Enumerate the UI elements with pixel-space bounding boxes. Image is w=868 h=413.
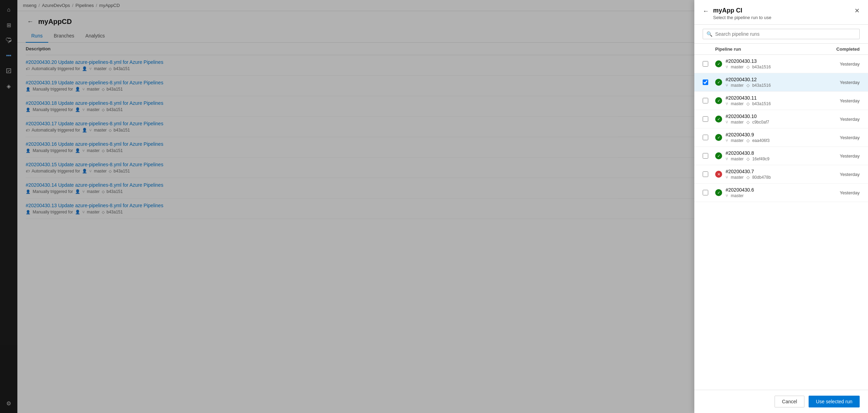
run-status-icon-2: ✓: [715, 97, 722, 104]
run-check-3[interactable]: [703, 116, 708, 122]
run-checkbox-1[interactable]: [703, 79, 715, 85]
run-checkbox-3[interactable]: [703, 116, 715, 122]
branch-icon-2: ⑂: [726, 101, 728, 106]
search-input[interactable]: [715, 31, 856, 37]
run-name-2: #20200430.11: [726, 95, 825, 101]
run-check-7[interactable]: [703, 190, 708, 195]
commit-icon-5: ◇: [746, 157, 750, 161]
run-status-icon-0: ✓: [715, 60, 722, 67]
panel-subtitle: Select the pipeline run to use: [713, 15, 771, 20]
branch-icon-1: ⑂: [726, 83, 728, 88]
panel-footer: Cancel Use selected run: [694, 390, 868, 413]
branch-icon-3: ⑂: [726, 120, 728, 125]
run-info-6: #20200430.7 ⑂ master ◇80db478b: [726, 169, 825, 180]
run-completed-0: Yesterday: [825, 61, 860, 67]
panel-search-area: 🔍: [694, 25, 868, 44]
run-item[interactable]: ✓ #20200430.6 ⑂ master Yesterday: [694, 184, 868, 202]
run-status-icon-7: ✓: [715, 189, 722, 196]
run-status-icon-3: ✓: [715, 116, 722, 123]
run-branch-7: ⑂ master: [726, 193, 825, 198]
run-list: ✓ #20200430.13 ⑂ master ◇b43a1516 Yester…: [694, 55, 868, 390]
run-name-6: #20200430.7: [726, 169, 825, 174]
run-check-0[interactable]: [703, 61, 708, 67]
branch-icon-4: ⑂: [726, 138, 728, 143]
run-item[interactable]: ✓ #20200430.9 ⑂ master ◇eaa406f3 Yesterd…: [694, 128, 868, 147]
run-completed-5: Yesterday: [825, 153, 860, 159]
run-check-2[interactable]: [703, 98, 708, 103]
run-item[interactable]: ✓ #20200430.8 ⑂ master ◇16ef49c9 Yesterd…: [694, 147, 868, 165]
panel-close-button[interactable]: ✕: [854, 7, 860, 15]
run-status-icon-6: ✕: [715, 171, 722, 178]
run-status-icon-4: ✓: [715, 134, 722, 141]
run-completed-3: Yesterday: [825, 117, 860, 122]
run-branch-5: ⑂ master ◇16ef49c9: [726, 157, 825, 161]
run-checkbox-4[interactable]: [703, 135, 715, 140]
panel-header: ← myApp CI Select the pipeline run to us…: [694, 0, 868, 25]
run-check-6[interactable]: [703, 171, 708, 177]
branch-icon-0: ⑂: [726, 65, 728, 69]
run-checkbox-5[interactable]: [703, 153, 715, 159]
commit-icon-0: ◇: [746, 65, 750, 69]
commit-icon-6: ◇: [746, 175, 750, 180]
run-info-4: #20200430.9 ⑂ master ◇eaa406f3: [726, 132, 825, 143]
run-info-2: #20200430.11 ⑂ master ◇b43a1516: [726, 95, 825, 106]
col-run-header: Pipeline run: [715, 47, 825, 52]
commit-icon-3: ◇: [746, 120, 750, 125]
run-info-1: #20200430.12 ⑂ master ◇b43a1516: [726, 77, 825, 88]
run-info-0: #20200430.13 ⑂ master ◇b43a1516: [726, 58, 825, 69]
run-item[interactable]: ✓ #20200430.13 ⑂ master ◇b43a1516 Yester…: [694, 55, 868, 73]
search-icon: 🔍: [706, 31, 712, 37]
commit-icon-4: ◇: [746, 138, 750, 143]
run-name-3: #20200430.10: [726, 113, 825, 119]
run-completed-4: Yesterday: [825, 135, 860, 140]
run-completed-7: Yesterday: [825, 190, 860, 195]
run-checkbox-2[interactable]: [703, 98, 715, 103]
commit-icon-2: ◇: [746, 101, 750, 106]
run-completed-1: Yesterday: [825, 80, 860, 85]
branch-icon-6: ⑂: [726, 175, 728, 180]
overlay[interactable]: ← myApp CI Select the pipeline run to us…: [0, 0, 868, 413]
run-check-1[interactable]: [703, 79, 708, 85]
branch-icon-7: ⑂: [726, 193, 728, 198]
run-name-5: #20200430.8: [726, 150, 825, 156]
col-completed-header: Completed: [825, 47, 860, 52]
run-branch-3: ⑂ master ◇c9bc0af7: [726, 120, 825, 125]
run-branch-4: ⑂ master ◇eaa406f3: [726, 138, 825, 143]
run-branch-0: ⑂ master ◇b43a1516: [726, 65, 825, 69]
run-status-icon-1: ✓: [715, 79, 722, 86]
run-item[interactable]: ✓ #20200430.12 ⑂ master ◇b43a1516 Yester…: [694, 73, 868, 92]
panel-title: myApp CI: [713, 7, 771, 14]
branch-icon-5: ⑂: [726, 157, 728, 161]
run-item[interactable]: ✓ #20200430.11 ⑂ master ◇b43a1516 Yester…: [694, 92, 868, 110]
commit-icon-1: ◇: [746, 83, 750, 88]
run-checkbox-0[interactable]: [703, 61, 715, 67]
run-info-5: #20200430.8 ⑂ master ◇16ef49c9: [726, 150, 825, 161]
run-item[interactable]: ✓ #20200430.10 ⑂ master ◇c9bc0af7 Yester…: [694, 110, 868, 128]
run-status-icon-5: ✓: [715, 152, 722, 159]
run-branch-6: ⑂ master ◇80db478b: [726, 175, 825, 180]
run-info-3: #20200430.10 ⑂ master ◇c9bc0af7: [726, 113, 825, 125]
run-completed-2: Yesterday: [825, 98, 860, 103]
run-name-4: #20200430.9: [726, 132, 825, 137]
run-branch-2: ⑂ master ◇b43a1516: [726, 101, 825, 106]
search-box: 🔍: [703, 29, 860, 39]
run-name-1: #20200430.12: [726, 77, 825, 82]
run-completed-6: Yesterday: [825, 172, 860, 177]
run-checkbox-7[interactable]: [703, 190, 715, 195]
run-item[interactable]: ✕ #20200430.7 ⑂ master ◇80db478b Yesterd…: [694, 165, 868, 184]
panel: ← myApp CI Select the pipeline run to us…: [694, 0, 868, 413]
panel-back-button[interactable]: ←: [703, 8, 709, 15]
run-checkbox-6[interactable]: [703, 171, 715, 177]
run-branch-1: ⑂ master ◇b43a1516: [726, 83, 825, 88]
run-check-5[interactable]: [703, 153, 708, 159]
run-info-7: #20200430.6 ⑂ master: [726, 187, 825, 198]
run-name-7: #20200430.6: [726, 187, 825, 193]
run-name-0: #20200430.13: [726, 58, 825, 64]
cancel-button[interactable]: Cancel: [775, 396, 804, 407]
use-selected-run-button[interactable]: Use selected run: [809, 396, 860, 407]
panel-col-headers: Pipeline run Completed: [694, 44, 868, 55]
run-check-4[interactable]: [703, 135, 708, 140]
